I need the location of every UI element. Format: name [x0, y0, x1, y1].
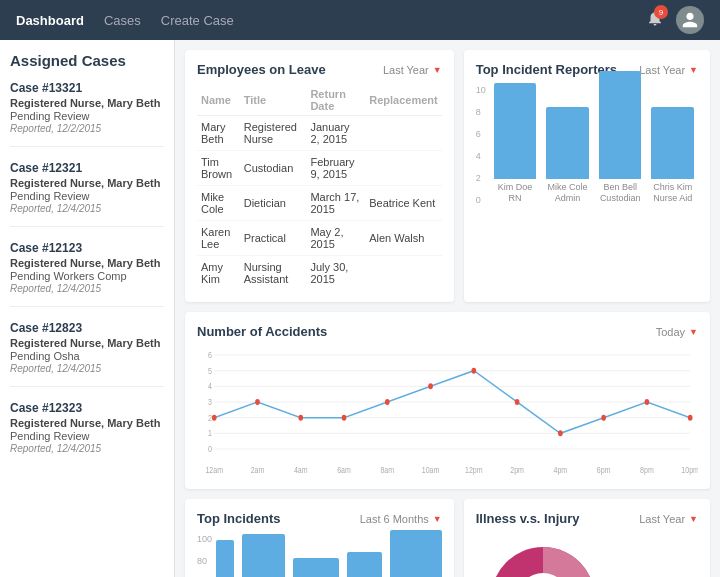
case-nurse: Registered Nurse, Mary Beth: [10, 337, 164, 349]
inc-bar-group: Facility maintenance: [390, 530, 442, 577]
svg-point-31: [428, 383, 433, 389]
emp-title: Registered Nurse: [240, 116, 307, 151]
svg-text:4am: 4am: [294, 465, 308, 475]
inc-bar: [216, 540, 234, 577]
bar-label: Mike Cole Admin: [546, 182, 589, 205]
svg-text:3: 3: [208, 397, 212, 407]
svg-text:2am: 2am: [251, 465, 265, 475]
case-status: Pending Review: [10, 430, 164, 442]
chevron-down-icon: ▼: [689, 65, 698, 75]
svg-text:6am: 6am: [337, 465, 351, 475]
svg-text:10pm: 10pm: [681, 465, 698, 475]
illness-filter[interactable]: Last Year ▼: [639, 513, 698, 525]
table-row: Amy Kim Nursing Assistant July 30, 2015: [197, 256, 442, 291]
reporters-card-header: Top Incident Reporters Last Year ▼: [476, 62, 698, 77]
nav-create-case[interactable]: Create Case: [161, 13, 234, 28]
emp-title: Custodian: [240, 151, 307, 186]
inc-bar-group: Equipment handling: [242, 534, 285, 577]
reporters-chart-area: 0246810 Kim Doe RN Mike Cole Admin Ben B…: [476, 85, 698, 205]
notification-icon[interactable]: 9: [646, 9, 664, 31]
emp-name: Amy Kim: [197, 256, 240, 291]
svg-point-30: [385, 399, 390, 405]
employees-on-leave-card: Employees on Leave Last Year ▼ Name Titl…: [185, 50, 454, 302]
illness-card-title: Illness v.s. Injury: [476, 511, 580, 526]
col-return: Return Date: [306, 85, 365, 116]
case-status: Pending Workers Comp: [10, 270, 164, 282]
emp-replacement: [365, 151, 442, 186]
inc-bar-group: Equipment malfunction: [293, 558, 339, 577]
emp-replacement: [365, 116, 442, 151]
svg-point-34: [558, 430, 563, 436]
bar-group: Chris Kim Nurse Aid: [651, 107, 694, 205]
svg-text:10am: 10am: [422, 465, 440, 475]
emp-replacement: Beatrice Kent: [365, 186, 442, 221]
case-number: Case #12321: [10, 161, 164, 175]
employees-card-title: Employees on Leave: [197, 62, 326, 77]
y-label: 0: [476, 195, 486, 205]
emp-return: February 9, 2015: [306, 151, 365, 186]
svg-text:5: 5: [208, 366, 212, 376]
main-layout: Assigned Cases Case #13321 Registered Nu…: [0, 40, 720, 577]
user-avatar[interactable]: [676, 6, 704, 34]
chevron-down-icon: ▼: [433, 514, 442, 524]
bar-group: Ben Bell Custodian: [599, 71, 642, 205]
emp-return: July 30, 2015: [306, 256, 365, 291]
employees-filter[interactable]: Last Year ▼: [383, 64, 442, 76]
case-reported: Reported, 12/4/2015: [10, 363, 164, 374]
bar: [494, 83, 537, 179]
case-item[interactable]: Case #12123 Registered Nurse, Mary Beth …: [10, 241, 164, 307]
svg-text:12am: 12am: [205, 465, 223, 475]
case-item[interactable]: Case #12321 Registered Nurse, Mary Beth …: [10, 161, 164, 227]
svg-point-36: [645, 399, 650, 405]
chevron-down-icon: ▼: [689, 514, 698, 524]
reporters-filter[interactable]: Last Year ▼: [639, 64, 698, 76]
case-reported: Reported, 12/4/2015: [10, 443, 164, 454]
bar-label: Chris Kim Nurse Aid: [651, 182, 694, 205]
col-replacement: Replacement: [365, 85, 442, 116]
y-label: 10: [476, 85, 486, 95]
sidebar: Assigned Cases Case #13321 Registered Nu…: [0, 40, 175, 577]
sidebar-title: Assigned Cases: [10, 52, 164, 69]
y-label: 2: [476, 173, 486, 183]
inc-bar: [242, 534, 285, 577]
svg-text:2pm: 2pm: [510, 465, 524, 475]
emp-replacement: [365, 256, 442, 291]
svg-point-27: [255, 399, 260, 405]
case-number: Case #13321: [10, 81, 164, 95]
svg-text:4pm: 4pm: [554, 465, 568, 475]
case-item[interactable]: Case #12823 Registered Nurse, Mary Beth …: [10, 321, 164, 387]
inc-bar-group: Resident handling: [347, 552, 383, 577]
table-row: Karen Lee Practical May 2, 2015 Alen Wal…: [197, 221, 442, 256]
case-item[interactable]: Case #12323 Registered Nurse, Mary Beth …: [10, 401, 164, 466]
y-label: 100: [197, 534, 212, 544]
table-row: Tim Brown Custodian February 9, 2015: [197, 151, 442, 186]
accidents-filter[interactable]: Today ▼: [656, 326, 698, 338]
emp-name: Mary Beth: [197, 116, 240, 151]
svg-point-35: [601, 415, 606, 421]
y-label: 80: [197, 556, 212, 566]
inc-bar: [293, 558, 339, 577]
reporters-bar-chart: Kim Doe RN Mike Cole Admin Ben Bell Cust…: [490, 85, 698, 205]
emp-name: Tim Brown: [197, 151, 240, 186]
emp-title: Nursing Assistant: [240, 256, 307, 291]
incidents-filter[interactable]: Last 6 Months ▼: [360, 513, 442, 525]
accidents-line-chart: 012345612am2am4am6am8am10am12pm2pm4pm6pm…: [197, 347, 698, 477]
case-number: Case #12323: [10, 401, 164, 415]
emp-name: Karen Lee: [197, 221, 240, 256]
svg-point-33: [515, 399, 520, 405]
nav-dashboard[interactable]: Dashboard: [16, 13, 84, 28]
emp-return: January 2, 2015: [306, 116, 365, 151]
top-reporters-card: Top Incident Reporters Last Year ▼ 02468…: [464, 50, 710, 302]
pie-chart: [478, 534, 608, 577]
pie-container: 75% Injury 25% Illness: [476, 534, 698, 577]
incidents-card-header: Top Incidents Last 6 Months ▼: [197, 511, 442, 526]
case-status: Pending Osha: [10, 350, 164, 362]
col-name: Name: [197, 85, 240, 116]
incidents-chart-area: 020406080100 Slip, trip or falls Equipme…: [197, 534, 442, 577]
inc-bar-group: Slip, trip or falls: [216, 540, 234, 577]
nav-cases[interactable]: Cases: [104, 13, 141, 28]
svg-text:4: 4: [208, 382, 212, 392]
inc-bar: [390, 530, 442, 577]
incidents-card-title: Top Incidents: [197, 511, 281, 526]
case-item[interactable]: Case #13321 Registered Nurse, Mary Beth …: [10, 81, 164, 147]
